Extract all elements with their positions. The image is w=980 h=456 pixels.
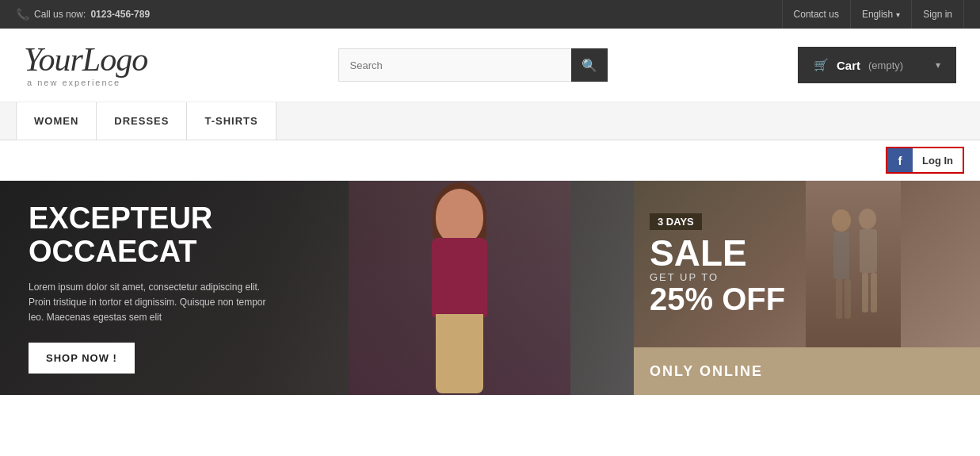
facebook-icon: f — [887, 148, 913, 172]
logo-tagline: a new experience — [24, 78, 147, 87]
header: YourLogo a new experience 🔍 🛒 Cart (empt… — [0, 29, 980, 102]
cart-icon: 🛒 — [814, 58, 829, 72]
fashion-silhouette — [388, 189, 531, 395]
days-badge: 3 DAYS — [650, 213, 702, 230]
hero-main-banner: EXCEPTEUR OCCAECAT Lorem ipsum dolor sit… — [0, 181, 634, 395]
only-online-text: ONLY ONLINE — [650, 363, 763, 380]
phone-label: Call us now: — [34, 9, 86, 20]
hero-description: Lorem ipsum dolor sit amet, consectetur … — [29, 280, 273, 326]
hero-title: EXCEPTEUR OCCAECAT — [29, 202, 273, 269]
cart-button[interactable]: 🛒 Cart (empty) ▾ — [798, 47, 956, 83]
silhouette-head — [436, 189, 483, 244]
shop-now-button[interactable]: SHOP NOW ! — [29, 343, 135, 374]
logo-text: YourLogo — [24, 43, 147, 76]
search-bar: 🔍 — [338, 48, 608, 82]
phone-icon: 📞 — [16, 8, 29, 21]
language-selector[interactable]: English ▾ — [850, 0, 911, 29]
silhouette-body — [432, 238, 487, 317]
hero-figure — [349, 181, 570, 395]
phone-info: 📞 Call us now: 0123-456-789 — [16, 8, 150, 21]
phone-number: 0123-456-789 — [90, 9, 150, 20]
search-icon: 🔍 — [582, 58, 597, 73]
main-nav: WOMEN DRESSES T-SHIRTS — [0, 102, 980, 140]
sale-text: SALE — [650, 235, 964, 271]
hero-main-content: EXCEPTEUR OCCAECAT Lorem ipsum dolor sit… — [0, 181, 301, 395]
cart-chevron-icon: ▾ — [936, 59, 940, 71]
logo: YourLogo a new experience — [24, 43, 147, 87]
top-bar-right: Contact us English ▾ Sign in — [782, 0, 964, 29]
sale-percent: 25% OFF — [650, 283, 964, 315]
figure-bg — [349, 181, 570, 395]
language-label: English — [862, 9, 893, 20]
fb-login-bar: f Log In — [0, 140, 980, 181]
nav-item-women[interactable]: WOMEN — [16, 102, 97, 140]
hero-section: EXCEPTEUR OCCAECAT Lorem ipsum dolor sit… — [0, 181, 980, 395]
nav-item-tshirts[interactable]: T-SHIRTS — [187, 102, 276, 140]
silhouette-legs — [436, 314, 483, 393]
language-chevron-icon: ▾ — [896, 10, 900, 19]
contact-us-link[interactable]: Contact us — [782, 0, 850, 29]
search-button[interactable]: 🔍 — [571, 48, 608, 82]
facebook-login-button[interactable]: f Log In — [886, 147, 964, 174]
search-input[interactable] — [338, 48, 571, 82]
only-online-banner: ONLY ONLINE — [634, 347, 980, 395]
cart-status: (empty) — [868, 59, 903, 71]
nav-item-dresses[interactable]: DRESSES — [97, 102, 187, 140]
cart-label: Cart — [837, 59, 860, 72]
sign-in-link[interactable]: Sign in — [911, 0, 964, 29]
facebook-login-label: Log In — [913, 155, 963, 167]
top-bar: 📞 Call us now: 0123-456-789 Contact us E… — [0, 0, 980, 29]
hero-side-banners: 3 DAYS SALE GET UP TO 25% OFF — [634, 181, 980, 395]
sale-banner: 3 DAYS SALE GET UP TO 25% OFF — [634, 181, 980, 347]
